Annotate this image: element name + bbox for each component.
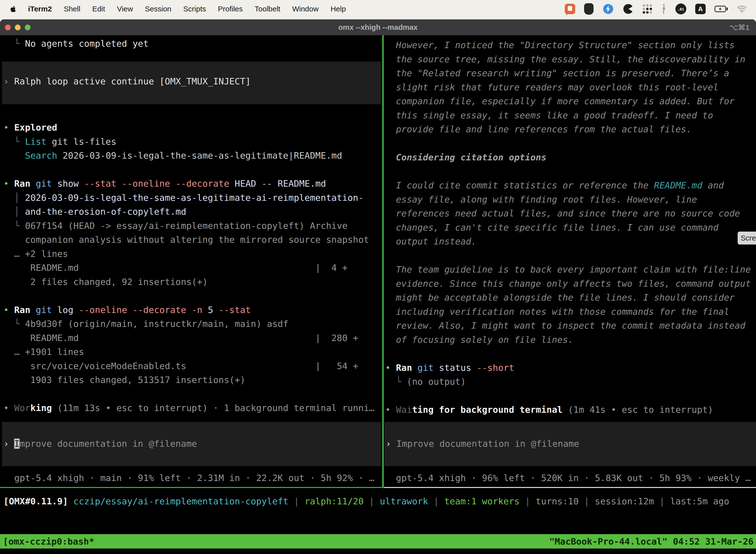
terminal-line: this single essay, it seems like a good … (385, 108, 756, 123)
menu-help[interactable]: Help (331, 5, 346, 13)
pane-border-bottom-right (384, 487, 756, 488)
iterm2-window: omx --xhigh --madmax ⌥⌘1 └ No agents com… (0, 19, 756, 554)
menu-session[interactable]: Session (145, 5, 171, 13)
macos-menu-bar: iTerm2 Shell Edit View Session Scripts P… (0, 0, 756, 18)
ralph-loop-message: › Ralph loop active continue [OMX_TMUX_I… (3, 74, 381, 89)
model-status-left: gpt-5.4 xhigh · main · 91% left · 2.31M … (3, 471, 375, 485)
prompt-input-right-text: › Improve documentation in @filename (386, 437, 756, 451)
minimize-button[interactable] (15, 24, 20, 30)
terminal-line: provide file and line references from th… (385, 122, 756, 136)
terminal-line: The team guideline is to back every impo… (385, 263, 756, 277)
terminal-line: └ (no output) (385, 375, 756, 389)
terminal-line: references need actual files, and since … (385, 207, 756, 221)
terminal-line (385, 389, 756, 403)
terminal-line (385, 249, 756, 263)
menu-edit[interactable]: Edit (92, 5, 105, 13)
terminal-content: └ No agents completed yet › Ralph loop a… (0, 35, 756, 554)
gauge-label: ..61 (678, 7, 684, 11)
menu-shell[interactable]: Shell (64, 5, 80, 13)
model-status-right: gpt-5.4 xhigh · 96% left · 520K in · 5.8… (385, 471, 751, 485)
menu-profiles[interactable]: Profiles (218, 5, 243, 13)
terminal-line: 1903 files changed, 513517 insertions(+) (3, 373, 381, 387)
terminal-line: • Working (11m 13s • esc to interrupt) ·… (3, 401, 381, 415)
terminal-line: └ 4b9d30f (origin/main, instructkr/main,… (3, 317, 381, 331)
window-shortcut-badge: ⌥⌘1 (730, 23, 750, 32)
terminal-pane-left[interactable]: └ No agents completed yet › Ralph loop a… (0, 35, 382, 487)
terminal-line: the "Related research writing" section i… (385, 66, 756, 80)
menu-app-name[interactable]: iTerm2 (28, 5, 52, 13)
terminal-line: README.md | 4 + (3, 261, 381, 275)
menu-window[interactable]: Window (292, 5, 319, 13)
terminal-line: │ 2026-03-09-is-legal-the-same-as-legiti… (3, 191, 381, 205)
terminal-line: output instead. (385, 234, 756, 249)
menu-toolbelt[interactable]: Toolbelt (255, 5, 280, 13)
terminal-line: • Explored (3, 121, 381, 135)
input-source-label: A (698, 5, 703, 13)
terminal-line (385, 347, 756, 361)
zoom-button[interactable] (25, 24, 30, 30)
terminal-line: companion file, especially if more comme… (385, 94, 756, 108)
tmux-status-bar: [omx-cczip0:bash* "MacBook-Pro-44.local"… (0, 534, 756, 549)
terminal-line: However, I noticed the "Directory Struct… (385, 38, 756, 52)
tmux-session-label: [omx-cczip0:bash* (3, 536, 94, 547)
terminal-line (3, 387, 381, 401)
omx-status-bar: [OMX#0.11.9] cczip/essay/ai-reimplementa… (3, 494, 729, 509)
terminal-line: │ and-the-erosion-of-copyleft.md (3, 205, 381, 219)
terminal-line: the source tree, missing the essay. Stil… (385, 52, 756, 66)
terminal-line: 2 files changed, 92 insertions(+) (3, 275, 381, 289)
terminal-line: slight risk that future readers may over… (385, 80, 756, 95)
apple-menu-icon[interactable] (10, 5, 16, 13)
terminal-pane-right[interactable]: However, I noticed the "Directory Struct… (384, 35, 756, 487)
prompt-input-right[interactable]: › Improve documentation in @filename (384, 422, 756, 466)
menu-view[interactable]: View (117, 5, 133, 13)
gauge-icon[interactable]: ..61 (675, 3, 686, 14)
terminal-line: └ No agents completed yet (3, 37, 380, 51)
terminal-line: README.md | 280 + (3, 331, 381, 345)
menu-scripts[interactable]: Scripts (183, 5, 206, 13)
pie-notch-icon[interactable] (623, 3, 634, 14)
terminal-line: essay file, along with finding root file… (385, 192, 756, 207)
agent-transcript-right: However, I noticed the "Directory Struct… (385, 38, 756, 417)
input-source-icon[interactable]: A (695, 4, 706, 14)
ralph-loop-box: › Ralph loop active continue [OMX_TMUX_I… (2, 62, 381, 104)
bolt-badge-icon[interactable] (603, 3, 614, 15)
terminal-line: └ 067f154 (HEAD -> essay/ai-reimplementa… (3, 219, 381, 233)
terminal-line: • Ran git show --stat --oneline --decora… (3, 177, 381, 191)
terminal-line (385, 165, 756, 179)
terminal-line: of focusing solely on file lines. (385, 333, 756, 347)
pane-border-bottom-left (0, 487, 382, 488)
terminal-line: └ List git ls-files (3, 135, 381, 149)
squiggle-icon[interactable] (661, 3, 667, 15)
tmux-host-clock: "MacBook-Pro-44.local" 04:52 31-Mar-26 (549, 536, 754, 547)
keypad-shield-icon[interactable] (584, 3, 593, 15)
terminal-line: Considering citation options (385, 151, 756, 165)
terminal-line: evidence. Since this change only affects… (385, 277, 756, 291)
terminal-line (385, 136, 756, 151)
terminal-line: Search 2026-03-09-is-legal-the-same-as-l… (3, 149, 381, 163)
terminal-line: … +2 lines (3, 247, 381, 261)
close-button[interactable] (5, 24, 11, 30)
terminal-line: review. Also, I might want to inspect th… (385, 319, 756, 333)
prompt-input-left-text: › Improve documentation in @filename (3, 437, 381, 451)
terminal-line: companion analysis without altering the … (3, 233, 381, 247)
terminal-line: I could cite commit statistics or refere… (385, 178, 756, 192)
prompt-input-left[interactable]: › Improve documentation in @filename (2, 422, 381, 466)
agent-status-line: └ No agents completed yet (3, 37, 380, 51)
agent-transcript-left: • Explored └ List git ls-files Search 20… (3, 121, 381, 415)
window-title-bar[interactable]: omx --xhigh --madmax ⌥⌘1 (0, 19, 756, 35)
screenshot-chat-icon[interactable] (565, 4, 575, 14)
terminal-line: • Waiting for background terminal (1m 41… (385, 403, 756, 417)
window-title: omx --xhigh --madmax (338, 23, 418, 32)
terminal-line: … +1901 lines (3, 345, 381, 359)
desktop: iTerm2 Shell Edit View Session Scripts P… (0, 0, 756, 554)
terminal-line: might be acceptable alongside the file l… (385, 291, 756, 305)
terminal-line (3, 163, 381, 177)
terminal-line (3, 289, 381, 303)
dots-grid-icon[interactable] (643, 4, 652, 14)
battery-icon[interactable] (714, 6, 728, 12)
terminal-line: changes, I can't cite specific file line… (385, 221, 756, 235)
screen-share-chip[interactable]: Scre (738, 232, 756, 244)
terminal-line: • Ran git log --oneline --decorate -n 5 … (3, 303, 381, 317)
wifi-icon[interactable] (737, 5, 747, 13)
terminal-line: including verification notes with those … (385, 305, 756, 319)
